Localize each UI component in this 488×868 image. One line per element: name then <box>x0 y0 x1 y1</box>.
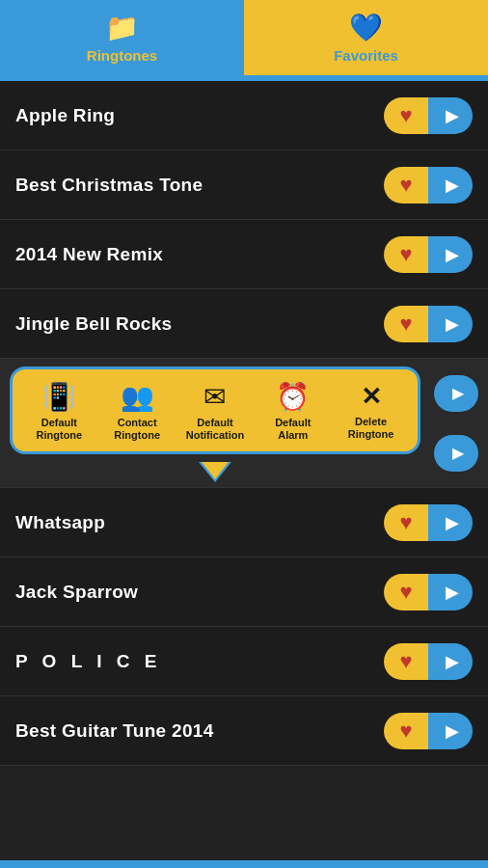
default-ringtone-action[interactable]: 📳 DefaultRingtone <box>25 381 93 442</box>
heart-icon: ♥ <box>399 649 412 674</box>
default-alarm-action[interactable]: ⏰ DefaultAlarm <box>259 381 327 442</box>
popup-row: 📳 DefaultRingtone 👥 ContactRingtone ✉ De… <box>0 359 488 488</box>
item-controls: ♥ ▶ <box>384 97 473 134</box>
play-icon: ▶ <box>446 512 459 533</box>
heart-icon: ♥ <box>399 580 412 605</box>
heart-icon: ♥ <box>399 719 412 744</box>
delete-ringtone-action[interactable]: ✕ DeleteRingtone <box>338 382 405 441</box>
list-item: Jack Sparrow ♥ ▶ <box>0 557 488 627</box>
footer-bar <box>0 860 488 868</box>
delete-icon: ✕ <box>361 382 382 412</box>
favorite-button[interactable]: ♥ <box>384 167 428 203</box>
list-item: Best Guitar Tune 2014 ♥ ▶ <box>0 696 488 766</box>
heart-icon: ♥ <box>399 312 412 337</box>
default-notification-action[interactable]: ✉ DefaultNotification <box>181 381 249 442</box>
play-icon: ▶ <box>446 244 459 265</box>
play-icon: ▶ <box>452 444 464 462</box>
list-item: P O L I C E ♥ ▶ <box>0 627 488 696</box>
item-controls: ♥ ▶ <box>384 504 473 541</box>
favorite-button[interactable]: ♥ <box>384 306 428 342</box>
play-button[interactable]: ▶ <box>428 643 473 680</box>
favorites-tab-label: Favorites <box>334 47 398 64</box>
list-item: 2014 New Remix ♥ ▶ <box>0 220 488 289</box>
play-button[interactable]: ▶ <box>428 306 473 342</box>
heart-icon: ♥ <box>399 103 412 128</box>
ringtone-name: Apple Ring <box>15 105 115 126</box>
item-controls: ♥ ▶ <box>384 574 473 610</box>
play-icon: ▶ <box>446 651 459 672</box>
default-alarm-icon: ⏰ <box>276 381 310 413</box>
play-button[interactable]: ▶ <box>428 236 473 273</box>
play-icon: ▶ <box>446 313 459 335</box>
ringtones-folder-icon: 📁 <box>105 12 139 43</box>
play-icon: ▶ <box>446 175 459 196</box>
ringtone-name: 2014 New Remix <box>15 244 163 265</box>
play-button[interactable]: ▶ <box>428 167 473 203</box>
favorites-heart-icon: 💙 <box>349 12 383 43</box>
ringtone-list: Apple Ring ♥ ▶ Best Christmas Tone ♥ ▶ 2… <box>0 81 488 860</box>
play-button-top[interactable]: ▶ <box>434 375 478 412</box>
ringtone-name: Best Christmas Tone <box>15 175 203 196</box>
default-ringtone-label: DefaultRingtone <box>37 417 83 442</box>
ringtone-name: Whatsapp <box>15 512 105 533</box>
favorite-button[interactable]: ♥ <box>384 236 428 273</box>
favorite-button[interactable]: ♥ <box>384 504 428 541</box>
item-controls: ♥ ▶ <box>384 643 473 680</box>
list-item: Jingle Bell Rocks ♥ ▶ <box>0 289 488 359</box>
delete-ringtone-label: DeleteRingtone <box>348 416 394 441</box>
play-icon: ▶ <box>446 582 459 603</box>
default-notification-label: DefaultNotification <box>186 417 245 442</box>
ringtones-tab-label: Ringtones <box>87 47 157 64</box>
play-button[interactable]: ▶ <box>428 713 473 749</box>
default-alarm-label: DefaultAlarm <box>275 417 311 442</box>
play-icon: ▶ <box>446 105 459 126</box>
tab-favorites[interactable]: 💙 Favorites <box>244 0 488 75</box>
default-ringtone-icon: 📳 <box>42 381 76 413</box>
play-button[interactable]: ▶ <box>428 574 473 610</box>
app-header: 📁 Ringtones 💙 Favorites <box>0 0 488 75</box>
list-item: Apple Ring ♥ ▶ <box>0 81 488 150</box>
contact-ringtone-action[interactable]: 👥 ContactRingtone <box>103 381 171 442</box>
favorite-button[interactable]: ♥ <box>384 97 428 134</box>
play-icon: ▶ <box>446 720 459 742</box>
ringtone-name: Jingle Bell Rocks <box>15 313 172 335</box>
default-notification-icon: ✉ <box>203 381 226 413</box>
play-button-bottom[interactable]: ▶ <box>434 435 478 472</box>
action-popup: 📳 DefaultRingtone 👥 ContactRingtone ✉ De… <box>10 366 420 454</box>
popup-arrow <box>0 462 430 483</box>
list-item: Best Christmas Tone ♥ ▶ <box>0 150 488 220</box>
play-button[interactable]: ▶ <box>428 97 473 134</box>
ringtone-name: P O L I C E <box>15 651 161 672</box>
item-controls: ♥ ▶ <box>384 236 473 273</box>
ringtone-name: Best Guitar Tune 2014 <box>15 720 214 742</box>
list-item: Whatsapp ♥ ▶ <box>0 488 488 557</box>
contact-ringtone-icon: 👥 <box>121 381 154 413</box>
tab-ringtones[interactable]: 📁 Ringtones <box>0 0 244 75</box>
play-icon: ▶ <box>452 384 464 402</box>
favorite-button[interactable]: ♥ <box>384 574 428 610</box>
item-controls: ♥ ▶ <box>384 713 473 749</box>
heart-icon: ♥ <box>399 242 412 267</box>
ringtone-name: Jack Sparrow <box>15 582 138 603</box>
favorite-button[interactable]: ♥ <box>384 643 428 680</box>
favorite-button[interactable]: ♥ <box>384 713 428 749</box>
heart-icon: ♥ <box>399 510 412 535</box>
heart-icon: ♥ <box>399 173 412 198</box>
item-controls: ♥ ▶ <box>384 167 473 203</box>
item-controls: ♥ ▶ <box>384 306 473 342</box>
play-button[interactable]: ▶ <box>428 504 473 541</box>
contact-ringtone-label: ContactRingtone <box>114 417 160 442</box>
